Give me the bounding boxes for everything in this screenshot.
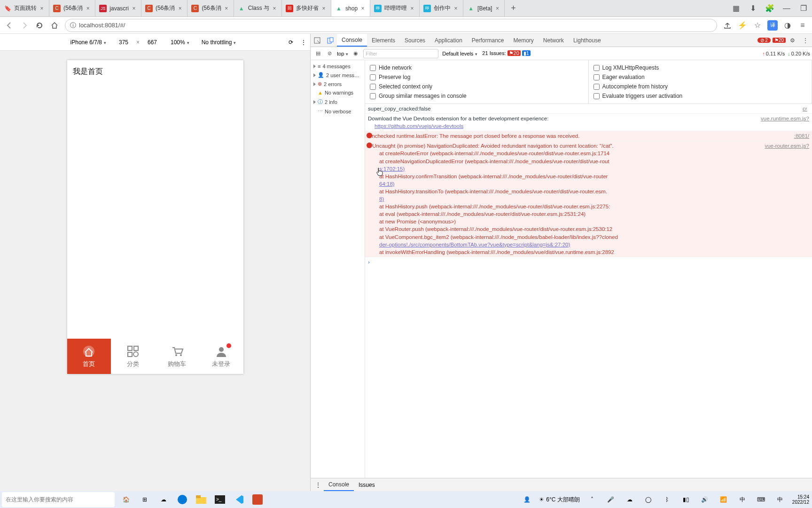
- tab-0[interactable]: 🔖页面跳转×: [0, 0, 49, 16]
- rotate-icon[interactable]: ⟳: [289, 39, 293, 46]
- drawer-tab-console[interactable]: Console: [324, 478, 354, 491]
- reload-button[interactable]: [32, 18, 47, 33]
- autocomplete-checkbox[interactable]: Autocomplete from history: [589, 82, 812, 91]
- device-mode-icon[interactable]: [324, 37, 337, 44]
- tab-category[interactable]: 分类: [111, 339, 155, 374]
- sidebar-errors[interactable]: ⊗ 2 errors: [311, 79, 365, 88]
- taskview-icon[interactable]: ⊞: [135, 491, 154, 508]
- tab-memory[interactable]: Memory: [509, 34, 539, 47]
- device-width[interactable]: 375: [112, 39, 135, 46]
- ime-icon[interactable]: 中: [733, 491, 752, 508]
- weather-widget[interactable]: ☀ 6°C 大部晴朗: [536, 496, 582, 504]
- battery-icon[interactable]: ▮▯: [677, 491, 695, 508]
- close-icon[interactable]: ×: [39, 5, 45, 12]
- new-tab-button[interactable]: +: [505, 0, 522, 16]
- tab-home[interactable]: 首页: [67, 339, 111, 374]
- tab-network[interactable]: Network: [539, 34, 569, 47]
- error-count-badge[interactable]: ⊘2: [757, 38, 771, 43]
- device-height[interactable]: 667: [141, 39, 164, 46]
- wifi-icon[interactable]: 📶: [714, 491, 733, 508]
- zoom-select[interactable]: 100%: [169, 39, 195, 46]
- tab-8[interactable]: 哔哔哩哔哩×: [370, 0, 420, 16]
- tab-application[interactable]: Application: [430, 34, 467, 47]
- triggers-activation-checkbox[interactable]: Evaluate triggers user activation: [589, 91, 812, 101]
- sidebar-all[interactable]: ≡ 4 messages: [311, 62, 365, 71]
- ppt-icon[interactable]: [248, 491, 267, 508]
- close-icon[interactable]: ×: [85, 5, 91, 12]
- tab-1[interactable]: C(56条消×: [49, 0, 95, 16]
- edge-icon[interactable]: [173, 491, 192, 508]
- bolt-icon[interactable]: ⚡: [735, 18, 750, 33]
- warning-flag[interactable]: ⚑20: [773, 38, 786, 43]
- home-button[interactable]: [47, 18, 62, 33]
- tray-chevron-icon[interactable]: ˄: [583, 491, 601, 508]
- ime2-icon[interactable]: ⌨: [752, 491, 771, 508]
- tab-cart[interactable]: 购物车: [155, 339, 199, 374]
- forward-button[interactable]: [17, 18, 32, 33]
- live-expression-icon[interactable]: ◉: [350, 50, 361, 56]
- cortana-icon[interactable]: 🏠: [117, 491, 135, 508]
- sidebar-info[interactable]: ⓘ 2 info: [311, 97, 365, 107]
- back-button[interactable]: [2, 18, 17, 33]
- mic-icon[interactable]: 🎤: [601, 491, 620, 508]
- explorer-icon[interactable]: [192, 491, 211, 508]
- hide-network-checkbox[interactable]: Hide network: [365, 63, 588, 72]
- log-entry[interactable]: crsuper_copy_cracked:false: [365, 104, 812, 114]
- close-icon[interactable]: ×: [320, 5, 327, 12]
- minimize-icon[interactable]: —: [778, 4, 795, 13]
- more-icon[interactable]: ⋮: [301, 39, 306, 46]
- ime3-icon[interactable]: 中: [771, 491, 789, 508]
- volume-icon[interactable]: 🔊: [695, 491, 714, 508]
- context-select[interactable]: top: [335, 51, 350, 56]
- close-icon[interactable]: ×: [359, 5, 366, 12]
- tab-login[interactable]: 未登录: [199, 339, 243, 374]
- selected-context-checkbox[interactable]: Selected context only: [365, 82, 588, 91]
- close-icon[interactable]: ×: [131, 5, 137, 12]
- source-link[interactable]: vue-router.esm.js?: [771, 142, 809, 150]
- tab-sources[interactable]: Sources: [400, 34, 430, 47]
- levels-select[interactable]: Default levels: [440, 51, 479, 56]
- device-select[interactable]: iPhone 6/7/8: [69, 39, 112, 46]
- log-error-entry[interactable]: :8081/Unchecked runtime.lastError: The m…: [365, 131, 812, 141]
- vscode-icon[interactable]: [229, 491, 248, 508]
- more-icon[interactable]: ⋮: [799, 37, 812, 44]
- close-icon[interactable]: ×: [271, 5, 278, 12]
- translate-icon[interactable]: 译: [765, 18, 780, 33]
- tab-7[interactable]: ▲shop×: [331, 0, 370, 16]
- onedrive-icon[interactable]: ☁: [620, 491, 639, 508]
- close-icon[interactable]: ×: [453, 5, 459, 12]
- drawer-tab-issues[interactable]: Issues: [354, 478, 380, 491]
- tab-5[interactable]: ▲Class 与×: [234, 0, 282, 16]
- tab-grid-icon[interactable]: ▦: [727, 4, 744, 13]
- link[interactable]: https://github.com/vuejs/vue-devtools: [375, 123, 463, 129]
- extension-icon[interactable]: ◑: [780, 18, 795, 33]
- restore-icon[interactable]: ❐: [795, 4, 812, 13]
- sidebar-warnings[interactable]: ▲ No warnings: [311, 88, 365, 97]
- close-icon[interactable]: ×: [494, 5, 500, 12]
- log-error-entry[interactable]: vue-router.esm.js? ▸ Uncaught (in promis…: [365, 141, 812, 257]
- log-entry[interactable]: vue.runtime.esm.js?Download the Vue Devt…: [365, 114, 812, 131]
- drawer-menu-icon[interactable]: ⋮: [312, 482, 324, 488]
- clock[interactable]: 15:242022/12: [789, 494, 812, 505]
- tab-2[interactable]: JSjavascri×: [95, 0, 141, 16]
- terminal-icon[interactable]: >_: [211, 491, 229, 508]
- bookmark-icon[interactable]: ☆: [750, 18, 765, 33]
- tab-performance[interactable]: Performance: [467, 34, 509, 47]
- security-icon[interactable]: ◯: [639, 491, 658, 508]
- tab-6[interactable]: 回多快好省×: [282, 0, 331, 16]
- settings-icon[interactable]: ⚙: [786, 37, 799, 44]
- source-link[interactable]: vue.runtime.esm.js?: [767, 115, 809, 122]
- close-icon[interactable]: ×: [177, 5, 183, 12]
- sidebar-toggle-icon[interactable]: ▤: [312, 50, 324, 56]
- menu-icon[interactable]: ≡: [795, 18, 810, 33]
- tab-console[interactable]: Console: [337, 34, 367, 47]
- inspect-icon[interactable]: [311, 37, 324, 44]
- close-icon[interactable]: ×: [409, 5, 415, 12]
- tab-9[interactable]: 哔创作中×: [420, 0, 463, 16]
- sidebar-user[interactable]: 👤 2 user mess…: [311, 71, 365, 79]
- source-link[interactable]: :8081/: [801, 132, 809, 140]
- console-prompt[interactable]: ›: [365, 257, 812, 267]
- clear-console-icon[interactable]: ⊘: [324, 50, 335, 56]
- tab-4[interactable]: C(56条消×: [187, 0, 234, 16]
- people-icon[interactable]: 👤: [517, 491, 536, 508]
